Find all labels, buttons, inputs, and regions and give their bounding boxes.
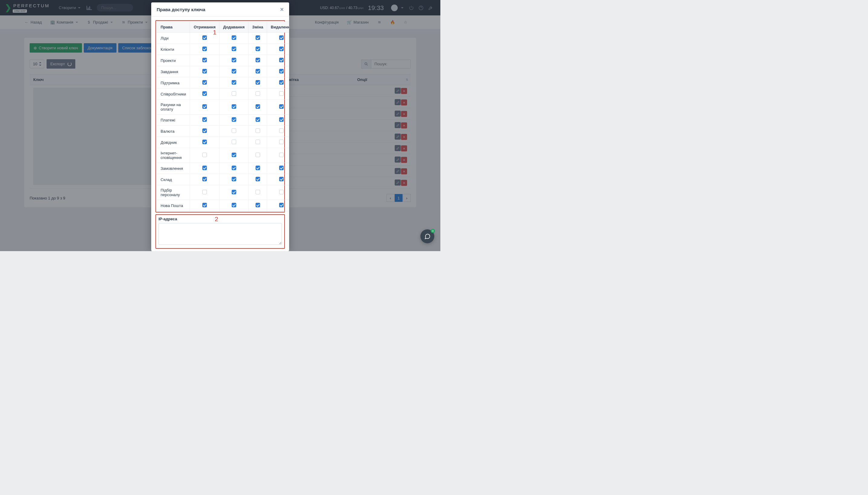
perm-checkbox[interactable] — [232, 104, 236, 109]
perm-checkbox[interactable] — [256, 140, 260, 144]
perm-name: Ліди — [157, 33, 190, 44]
perm-checkbox[interactable] — [256, 104, 260, 109]
perm-name: Інтернет-сповіщення — [157, 148, 190, 163]
perm-row: Завдання — [157, 66, 290, 78]
modal-title: Права доступу ключа — [157, 7, 206, 12]
perm-name: Склад — [157, 174, 190, 185]
perm-checkbox[interactable] — [202, 166, 207, 170]
perm-checkbox[interactable] — [256, 166, 260, 170]
perm-checkbox[interactable] — [279, 177, 284, 181]
perm-checkbox[interactable] — [232, 69, 236, 73]
perm-checkbox[interactable] — [232, 153, 236, 157]
perm-row: Рахунки на оплату — [157, 100, 290, 115]
perm-checkbox[interactable] — [202, 190, 207, 194]
perm-checkbox[interactable] — [202, 58, 207, 62]
perm-checkbox[interactable] — [202, 153, 207, 157]
perm-checkbox[interactable] — [232, 80, 236, 85]
perm-checkbox[interactable] — [202, 80, 207, 85]
perm-row: Підтримка — [157, 78, 290, 88]
perm-checkbox[interactable] — [232, 140, 236, 144]
perm-checkbox[interactable] — [279, 47, 284, 51]
perm-checkbox[interactable] — [256, 80, 260, 85]
ip-textarea[interactable] — [159, 223, 282, 245]
perm-checkbox[interactable] — [202, 129, 207, 133]
perm-checkbox[interactable] — [202, 104, 207, 109]
perm-checkbox[interactable] — [279, 153, 284, 157]
annotation-1: 1 — [213, 29, 216, 36]
perm-checkbox[interactable] — [256, 153, 260, 157]
perm-checkbox[interactable] — [279, 203, 284, 207]
chat-badge: 0 — [431, 229, 435, 233]
perm-checkbox[interactable] — [279, 69, 284, 73]
perm-checkbox[interactable] — [202, 140, 207, 144]
perm-row: Платежі — [157, 115, 290, 126]
perm-checkbox[interactable] — [232, 166, 236, 170]
perm-checkbox[interactable] — [256, 203, 260, 207]
perm-checkbox[interactable] — [279, 190, 284, 194]
perm-checkbox[interactable] — [256, 47, 260, 51]
perm-row: Нова Пошта — [157, 200, 290, 211]
permissions-table: Права Отримання Додавання Зміна Видаленн… — [157, 21, 289, 211]
annotation-box-2: IP-адреса — [155, 214, 285, 249]
perm-checkbox[interactable] — [202, 35, 207, 40]
perm-checkbox[interactable] — [279, 117, 284, 122]
perm-checkbox[interactable] — [202, 69, 207, 73]
perm-checkbox[interactable] — [279, 58, 284, 62]
perm-checkbox[interactable] — [232, 129, 236, 133]
perm-checkbox[interactable] — [232, 177, 236, 181]
perm-checkbox[interactable] — [256, 58, 260, 62]
close-icon[interactable]: × — [280, 6, 284, 12]
perm-checkbox[interactable] — [202, 177, 207, 181]
perm-name: Платежі — [157, 115, 190, 126]
perm-checkbox[interactable] — [232, 58, 236, 62]
perm-checkbox[interactable] — [202, 117, 207, 122]
perm-row: Проекти — [157, 55, 290, 66]
perm-row: Підбір персоналу — [157, 185, 290, 200]
perm-head-add: Додавання — [219, 22, 248, 33]
chat-fab[interactable]: 0 — [421, 229, 434, 243]
perm-checkbox[interactable] — [279, 166, 284, 170]
perm-name: Замовлення — [157, 163, 190, 174]
perm-checkbox[interactable] — [256, 190, 260, 194]
perm-checkbox[interactable] — [279, 80, 284, 85]
perm-name: Рахунки на оплату — [157, 100, 190, 115]
perm-name: Довідник — [157, 137, 190, 148]
perm-checkbox[interactable] — [232, 91, 236, 96]
perm-name: Підтримка — [157, 78, 190, 88]
perm-checkbox[interactable] — [232, 190, 236, 194]
perm-checkbox[interactable] — [279, 35, 284, 40]
perm-row: Валюта — [157, 126, 290, 137]
perm-name: Підбір персоналу — [157, 185, 190, 200]
perm-head-name: Права — [157, 22, 190, 33]
perm-checkbox[interactable] — [256, 117, 260, 122]
perm-checkbox[interactable] — [256, 69, 260, 73]
perm-row: Замовлення — [157, 163, 290, 174]
annotation-2: 2 — [215, 216, 218, 223]
perm-checkbox[interactable] — [232, 203, 236, 207]
perm-name: Нова Пошта — [157, 200, 190, 211]
perm-checkbox[interactable] — [256, 35, 260, 40]
perm-checkbox[interactable] — [279, 91, 284, 96]
perm-checkbox[interactable] — [202, 203, 207, 207]
perm-row: Інтернет-сповіщення — [157, 148, 290, 163]
perm-checkbox[interactable] — [279, 129, 284, 133]
annotation-box-1: Права Отримання Додавання Зміна Видаленн… — [155, 20, 285, 212]
ip-label: IP-адреса — [159, 217, 282, 221]
perm-checkbox[interactable] — [256, 177, 260, 181]
perm-checkbox[interactable] — [232, 35, 236, 40]
perm-checkbox[interactable] — [256, 129, 260, 133]
perm-head-edit: Зміна — [248, 22, 267, 33]
permissions-modal: Права доступу ключа × Права Отримання До… — [151, 2, 289, 251]
perm-name: Завдання — [157, 66, 190, 78]
perm-row: Склад — [157, 174, 290, 185]
perm-name: Співробітники — [157, 88, 190, 100]
perm-checkbox[interactable] — [202, 91, 207, 96]
perm-name: Клієнти — [157, 44, 190, 55]
perm-checkbox[interactable] — [232, 117, 236, 122]
perm-checkbox[interactable] — [232, 47, 236, 51]
perm-checkbox[interactable] — [279, 140, 284, 144]
perm-checkbox[interactable] — [202, 47, 207, 51]
perm-row: Клієнти — [157, 44, 290, 55]
perm-checkbox[interactable] — [279, 104, 284, 109]
perm-checkbox[interactable] — [256, 91, 260, 96]
